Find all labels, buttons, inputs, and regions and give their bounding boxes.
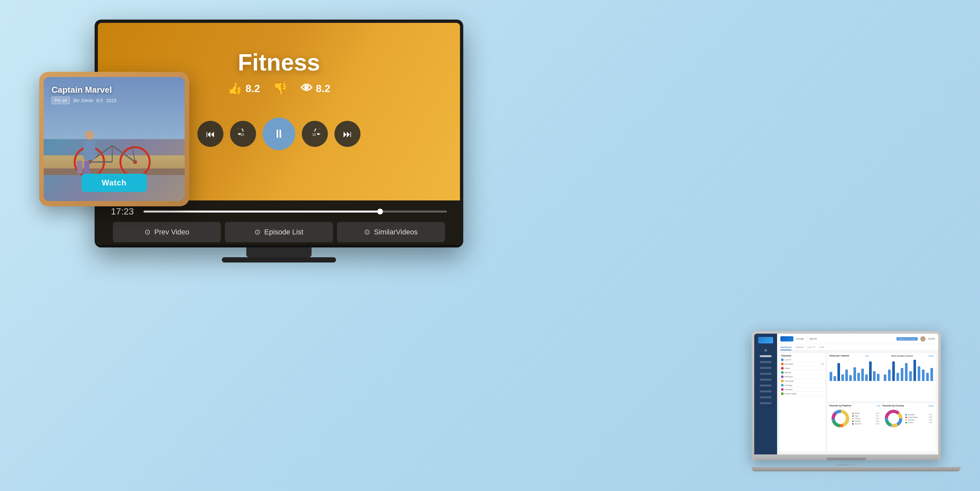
channel-icon-8 bbox=[781, 388, 784, 391]
similar-videos-icon: ⊙ bbox=[364, 228, 370, 236]
tv-show-title: Fitness bbox=[238, 49, 320, 76]
tv-playback-controls: ⏮ 10 ⏸ 10 ⏭ bbox=[197, 118, 361, 150]
channel-instream[interactable]: InStream bbox=[781, 387, 824, 392]
sidebar-nav-item-8[interactable] bbox=[760, 391, 772, 392]
sidebar-nav-item-4[interactable] bbox=[760, 367, 772, 369]
channel-name-5: NetVision bbox=[784, 376, 824, 378]
channel-appster[interactable]: Appster bbox=[781, 371, 824, 375]
channel-comings[interactable]: Comings bbox=[781, 383, 824, 387]
dur-bar-9 bbox=[917, 366, 921, 381]
favorite-country-link[interactable]: Reset bbox=[929, 405, 934, 407]
dashboard-app: Storage Big Md Upgrade to Premium Marili… bbox=[754, 334, 938, 454]
tv-view-score: 8.2 bbox=[316, 83, 330, 95]
channel-action[interactable]: Action bbox=[781, 366, 824, 371]
tablet-screen: Captain Marvel PG-18 3hr 10min 8.5 2023 … bbox=[44, 77, 185, 201]
similar-videos-button[interactable]: ⊙ SimilarVideos bbox=[337, 222, 445, 242]
sidebar-nav-item-1[interactable] bbox=[764, 349, 767, 352]
dur-fill-12 bbox=[931, 368, 933, 381]
favorite-platform-header: Favorite by Platform Year bbox=[829, 405, 880, 407]
prev-chapter-button[interactable]: ⏮ bbox=[197, 121, 223, 147]
views-duration-link[interactable]: Reset bbox=[929, 355, 934, 357]
dur-bar-2 bbox=[887, 370, 891, 381]
legend-label-android: Android bbox=[855, 420, 875, 422]
bar-5 bbox=[845, 370, 848, 381]
sidebar-nav-item-3[interactable] bbox=[760, 361, 772, 363]
legend-num-country-4: 1204 bbox=[929, 421, 932, 423]
tv-progress-bar[interactable] bbox=[143, 210, 447, 212]
views-duration-title-inline: Views duration channel bbox=[891, 355, 913, 357]
legend-num-smarttv: 1205 bbox=[876, 423, 879, 425]
bar-fill-10 bbox=[865, 375, 868, 381]
bar-fill-5 bbox=[845, 370, 848, 381]
dur-fill-11 bbox=[926, 373, 929, 381]
channel-live-tv[interactable]: Live TV bbox=[781, 358, 824, 362]
legend-num-us: 3365 bbox=[929, 416, 932, 418]
channel-name-3: Action bbox=[784, 367, 824, 369]
tv-dislike-rating: 👎 bbox=[273, 81, 288, 95]
tab-general[interactable]: General bbox=[795, 346, 803, 350]
dur-fill-1 bbox=[884, 375, 886, 381]
legend-chrome: Chrome 2891 bbox=[852, 418, 879, 419]
tablet-score: 8.5 bbox=[97, 98, 103, 103]
channel-icon-7 bbox=[781, 384, 784, 387]
forward-10-button[interactable]: 10 bbox=[302, 121, 328, 147]
next-chapter-button[interactable]: ⏭ bbox=[334, 121, 361, 147]
upgrade-button[interactable]: Upgrade to Premium bbox=[896, 337, 918, 341]
sidebar-nav-item-9[interactable] bbox=[760, 396, 772, 398]
legend-num-iphone: 4237 bbox=[876, 412, 879, 414]
sidebar-nav-item-5[interactable] bbox=[760, 373, 772, 375]
sidebar-nav-item-7[interactable] bbox=[760, 384, 772, 387]
rewind-10-button[interactable]: 10 bbox=[230, 121, 256, 147]
channel-moovision[interactable]: Moovision 291 bbox=[781, 362, 824, 366]
channel-name-8: InStream bbox=[784, 389, 824, 391]
svg-point-24 bbox=[889, 414, 898, 423]
tablet-movie-meta: PG-18 3hr 10min 8.5 2023 bbox=[51, 97, 116, 104]
tablet-watch-button[interactable]: Watch bbox=[81, 174, 147, 192]
dur-bar-11 bbox=[926, 373, 929, 381]
dur-fill-5 bbox=[901, 368, 903, 381]
tab-vod[interactable]: VOD bbox=[819, 346, 824, 350]
legend-tiger: Tiger 3271 bbox=[852, 415, 879, 417]
svg-line-12 bbox=[132, 144, 140, 146]
channel-funmaster[interactable]: Funmaster bbox=[781, 379, 824, 383]
tv-like-rating: 👍 8.2 bbox=[228, 81, 260, 95]
header-username-2: Marilia bbox=[928, 338, 935, 340]
tab-dashboard[interactable]: Dashboard bbox=[780, 346, 791, 350]
favorite-country-title: Favorite by Country bbox=[883, 405, 904, 407]
channel-netvision[interactable]: NetVision bbox=[781, 375, 824, 379]
legend-label-smarttv: Smart TV bbox=[855, 423, 875, 425]
tv-progress-fill bbox=[143, 210, 380, 212]
favorite-platform-title: Favorite by Platform bbox=[829, 405, 851, 407]
legend-dot-smarttv bbox=[852, 423, 854, 425]
dur-fill-7 bbox=[909, 371, 912, 381]
svg-point-19 bbox=[836, 414, 845, 423]
legend-dot-iphone bbox=[852, 413, 854, 414]
legend-dot-tiger bbox=[852, 415, 854, 417]
bar-6 bbox=[849, 375, 852, 381]
tab-live-tv[interactable]: Live TV bbox=[807, 346, 815, 350]
user-avatar bbox=[920, 336, 926, 341]
eye-icon: 👁 bbox=[301, 81, 313, 95]
episode-list-button[interactable]: ⊙ Episode List bbox=[225, 222, 333, 242]
bar-8 bbox=[857, 373, 860, 381]
legend-num-chrome: 2891 bbox=[876, 418, 879, 419]
sidebar-nav-item-2[interactable] bbox=[760, 355, 772, 357]
dur-bar-7 bbox=[908, 371, 912, 381]
country-donut-svg bbox=[884, 409, 903, 428]
bar-fill-1 bbox=[830, 372, 832, 381]
legend-label-us: United States bbox=[908, 416, 928, 418]
channel-list-title: Channels bbox=[781, 354, 824, 357]
dur-fill-9 bbox=[918, 366, 920, 381]
legend-num-android: 1832 bbox=[876, 420, 879, 422]
favorite-platform-link[interactable]: Year bbox=[877, 405, 880, 407]
sidebar-nav-item-6[interactable] bbox=[760, 379, 772, 381]
views-per-channel-link[interactable]: Year bbox=[865, 355, 869, 357]
channel-pronto[interactable]: Pronto Cabby bbox=[781, 392, 824, 396]
bar-fill-6 bbox=[849, 375, 852, 381]
dashboard-sidebar bbox=[754, 334, 777, 454]
views-per-channel-title: Views per channel bbox=[829, 354, 849, 357]
prev-video-button[interactable]: ⊙ Prev Video bbox=[113, 222, 221, 242]
channel-name-2: Moovision bbox=[784, 363, 820, 365]
pause-button[interactable]: ⏸ bbox=[262, 118, 295, 150]
sidebar-nav-item-10[interactable] bbox=[760, 402, 772, 404]
